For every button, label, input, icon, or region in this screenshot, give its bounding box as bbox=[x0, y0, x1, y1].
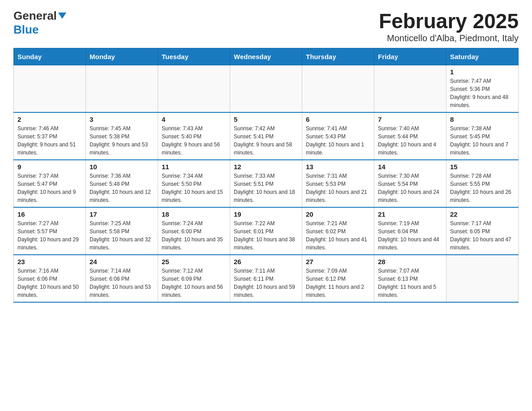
day-info: Sunrise: 7:14 AMSunset: 6:08 PMDaylight:… bbox=[90, 267, 154, 299]
day-info: Sunrise: 7:43 AMSunset: 5:40 PMDaylight:… bbox=[162, 124, 226, 157]
week-row-4: 23Sunrise: 7:16 AMSunset: 6:06 PMDayligh… bbox=[14, 255, 519, 302]
day-number: 24 bbox=[90, 258, 154, 265]
day-info: Sunrise: 7:37 AMSunset: 5:47 PMDaylight:… bbox=[17, 172, 82, 204]
day-info: Sunrise: 7:38 AMSunset: 5:45 PMDaylight:… bbox=[450, 124, 515, 157]
day-number: 25 bbox=[162, 258, 226, 265]
day-number: 27 bbox=[306, 258, 370, 265]
day-cell: 28Sunrise: 7:07 AMSunset: 6:13 PMDayligh… bbox=[374, 255, 446, 302]
day-cell: 1Sunrise: 7:47 AMSunset: 5:36 PMDaylight… bbox=[446, 65, 519, 113]
logo: General Blue bbox=[13, 9, 66, 37]
day-number: 28 bbox=[378, 258, 442, 265]
day-number: 18 bbox=[162, 210, 226, 218]
day-cell: 7Sunrise: 7:40 AMSunset: 5:44 PMDaylight… bbox=[374, 112, 446, 160]
week-row-1: 2Sunrise: 7:46 AMSunset: 5:37 PMDaylight… bbox=[14, 112, 519, 160]
calendar-body: 1Sunrise: 7:47 AMSunset: 5:36 PMDaylight… bbox=[14, 65, 519, 303]
day-cell: 19Sunrise: 7:22 AMSunset: 6:01 PMDayligh… bbox=[230, 207, 302, 255]
day-info: Sunrise: 7:24 AMSunset: 6:00 PMDaylight:… bbox=[162, 219, 226, 252]
day-number: 9 bbox=[17, 163, 82, 171]
day-cell: 9Sunrise: 7:37 AMSunset: 5:47 PMDaylight… bbox=[14, 160, 86, 207]
day-info: Sunrise: 7:46 AMSunset: 5:37 PMDaylight:… bbox=[17, 124, 82, 157]
day-cell: 13Sunrise: 7:31 AMSunset: 5:53 PMDayligh… bbox=[302, 160, 374, 207]
day-info: Sunrise: 7:11 AMSunset: 6:11 PMDaylight:… bbox=[234, 267, 298, 299]
day-number: 8 bbox=[450, 116, 515, 123]
day-cell: 5Sunrise: 7:42 AMSunset: 5:41 PMDaylight… bbox=[230, 112, 302, 160]
header-cell-sunday: Sunday bbox=[14, 48, 86, 65]
day-cell: 8Sunrise: 7:38 AMSunset: 5:45 PMDaylight… bbox=[446, 112, 519, 160]
day-number: 3 bbox=[90, 116, 154, 123]
day-number: 19 bbox=[234, 210, 298, 218]
day-cell: 23Sunrise: 7:16 AMSunset: 6:06 PMDayligh… bbox=[14, 255, 86, 302]
day-cell: 22Sunrise: 7:17 AMSunset: 6:05 PMDayligh… bbox=[446, 207, 519, 255]
calendar-subtitle: Monticello d'Alba, Piedmont, Italy bbox=[379, 33, 519, 43]
day-number: 14 bbox=[378, 163, 442, 171]
day-cell: 4Sunrise: 7:43 AMSunset: 5:40 PMDaylight… bbox=[158, 112, 230, 160]
header-cell-friday: Friday bbox=[374, 48, 446, 65]
day-number: 7 bbox=[378, 116, 442, 123]
day-number: 20 bbox=[306, 210, 370, 218]
day-number: 15 bbox=[450, 163, 515, 171]
day-cell bbox=[86, 65, 158, 113]
logo-blue: Blue bbox=[13, 23, 39, 37]
day-cell: 6Sunrise: 7:41 AMSunset: 5:43 PMDaylight… bbox=[302, 112, 374, 160]
day-number: 1 bbox=[450, 68, 515, 76]
day-cell: 24Sunrise: 7:14 AMSunset: 6:08 PMDayligh… bbox=[86, 255, 158, 302]
day-cell: 15Sunrise: 7:28 AMSunset: 5:55 PMDayligh… bbox=[446, 160, 519, 207]
day-info: Sunrise: 7:21 AMSunset: 6:02 PMDaylight:… bbox=[306, 219, 370, 252]
header-cell-wednesday: Wednesday bbox=[230, 48, 302, 65]
calendar-title: February 2025 bbox=[379, 9, 519, 33]
day-cell: 3Sunrise: 7:45 AMSunset: 5:38 PMDaylight… bbox=[86, 112, 158, 160]
day-info: Sunrise: 7:30 AMSunset: 5:54 PMDaylight:… bbox=[378, 172, 442, 204]
day-number: 21 bbox=[378, 210, 442, 218]
day-number: 5 bbox=[234, 116, 298, 123]
calendar-table: SundayMondayTuesdayWednesdayThursdayFrid… bbox=[13, 48, 519, 303]
day-info: Sunrise: 7:22 AMSunset: 6:01 PMDaylight:… bbox=[234, 219, 298, 252]
day-number: 4 bbox=[162, 116, 226, 123]
header-cell-thursday: Thursday bbox=[302, 48, 374, 65]
page-header: General Blue February 2025 Monticello d'… bbox=[13, 9, 519, 43]
day-info: Sunrise: 7:16 AMSunset: 6:06 PMDaylight:… bbox=[17, 267, 82, 299]
day-cell: 12Sunrise: 7:33 AMSunset: 5:51 PMDayligh… bbox=[230, 160, 302, 207]
day-number: 12 bbox=[234, 163, 298, 171]
day-info: Sunrise: 7:07 AMSunset: 6:13 PMDaylight:… bbox=[378, 267, 442, 299]
day-cell: 17Sunrise: 7:25 AMSunset: 5:58 PMDayligh… bbox=[86, 207, 158, 255]
day-cell: 16Sunrise: 7:27 AMSunset: 5:57 PMDayligh… bbox=[14, 207, 86, 255]
day-info: Sunrise: 7:34 AMSunset: 5:50 PMDaylight:… bbox=[162, 172, 226, 204]
day-info: Sunrise: 7:27 AMSunset: 5:57 PMDaylight:… bbox=[17, 219, 82, 252]
week-row-3: 16Sunrise: 7:27 AMSunset: 5:57 PMDayligh… bbox=[14, 207, 519, 255]
day-cell: 21Sunrise: 7:19 AMSunset: 6:04 PMDayligh… bbox=[374, 207, 446, 255]
day-cell bbox=[446, 255, 519, 302]
header-cell-tuesday: Tuesday bbox=[158, 48, 230, 65]
day-cell: 20Sunrise: 7:21 AMSunset: 6:02 PMDayligh… bbox=[302, 207, 374, 255]
day-cell bbox=[302, 65, 374, 113]
day-cell: 11Sunrise: 7:34 AMSunset: 5:50 PMDayligh… bbox=[158, 160, 230, 207]
logo-triangle-icon bbox=[58, 13, 66, 19]
day-number: 22 bbox=[450, 210, 515, 218]
day-number: 10 bbox=[90, 163, 154, 171]
day-cell: 27Sunrise: 7:09 AMSunset: 6:12 PMDayligh… bbox=[302, 255, 374, 302]
week-row-0: 1Sunrise: 7:47 AMSunset: 5:36 PMDaylight… bbox=[14, 65, 519, 113]
day-cell bbox=[14, 65, 86, 113]
day-cell bbox=[158, 65, 230, 113]
day-cell bbox=[230, 65, 302, 113]
day-info: Sunrise: 7:40 AMSunset: 5:44 PMDaylight:… bbox=[378, 124, 442, 157]
logo-general: General bbox=[13, 9, 57, 23]
day-cell: 26Sunrise: 7:11 AMSunset: 6:11 PMDayligh… bbox=[230, 255, 302, 302]
day-info: Sunrise: 7:09 AMSunset: 6:12 PMDaylight:… bbox=[306, 267, 370, 299]
day-number: 11 bbox=[162, 163, 226, 171]
day-number: 23 bbox=[17, 258, 82, 265]
day-info: Sunrise: 7:12 AMSunset: 6:09 PMDaylight:… bbox=[162, 267, 226, 299]
day-number: 2 bbox=[17, 116, 82, 123]
day-cell: 14Sunrise: 7:30 AMSunset: 5:54 PMDayligh… bbox=[374, 160, 446, 207]
day-number: 16 bbox=[17, 210, 82, 218]
day-cell: 18Sunrise: 7:24 AMSunset: 6:00 PMDayligh… bbox=[158, 207, 230, 255]
day-info: Sunrise: 7:28 AMSunset: 5:55 PMDaylight:… bbox=[450, 172, 515, 204]
day-cell bbox=[374, 65, 446, 113]
header-row: SundayMondayTuesdayWednesdayThursdayFrid… bbox=[14, 48, 519, 65]
week-row-2: 9Sunrise: 7:37 AMSunset: 5:47 PMDaylight… bbox=[14, 160, 519, 207]
title-block: February 2025 Monticello d'Alba, Piedmon… bbox=[379, 9, 519, 43]
day-info: Sunrise: 7:17 AMSunset: 6:05 PMDaylight:… bbox=[450, 219, 515, 252]
day-info: Sunrise: 7:19 AMSunset: 6:04 PMDaylight:… bbox=[378, 219, 442, 252]
day-info: Sunrise: 7:36 AMSunset: 5:48 PMDaylight:… bbox=[90, 172, 154, 204]
day-number: 17 bbox=[90, 210, 154, 218]
day-info: Sunrise: 7:47 AMSunset: 5:36 PMDaylight:… bbox=[450, 77, 515, 109]
